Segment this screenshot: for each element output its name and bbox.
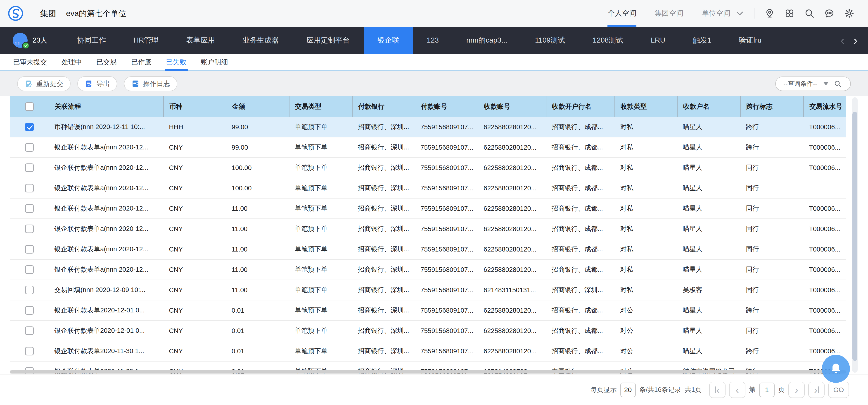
row-checkbox[interactable]: [25, 204, 34, 213]
go-button[interactable]: GO: [828, 382, 849, 398]
vertical-scrollbar[interactable]: [852, 97, 858, 373]
nav-tab[interactable]: 银企联: [364, 27, 413, 54]
column-header[interactable]: 关联流程: [49, 96, 163, 117]
apps-icon[interactable]: [784, 8, 795, 19]
table-cell: 招商银行、成都...: [546, 300, 615, 320]
column-header[interactable]: 收款户名: [677, 96, 740, 117]
nav-tab[interactable]: HR管理: [120, 27, 172, 54]
select-all-checkbox[interactable]: [25, 102, 34, 111]
personal-space-tab[interactable]: 个人空间: [608, 0, 637, 27]
column-header[interactable]: 收款类型: [615, 96, 677, 117]
nav-tab[interactable]: 验证lru: [725, 27, 775, 54]
chat-icon[interactable]: [824, 8, 835, 19]
table-cell: 银企联付款表单a(nnn 2020-12...: [49, 137, 163, 157]
subtab[interactable]: 已作废: [131, 54, 152, 70]
row-checkbox[interactable]: [25, 347, 34, 355]
header-checkbox-cell: [10, 96, 49, 117]
table-cell: 跨行: [740, 117, 803, 137]
next-page-button[interactable]: ›: [788, 382, 805, 398]
column-header[interactable]: 付款银行: [352, 96, 415, 117]
export-button[interactable]: 导出: [78, 76, 117, 91]
operation-log-icon: [131, 80, 140, 88]
avatar[interactable]: nn: [13, 33, 28, 48]
column-header[interactable]: 收款账号: [478, 96, 546, 117]
table-row[interactable]: 银企联付款表单a(nnn 2020-12...CNY11.00单笔预下单招商银行…: [10, 239, 846, 260]
subtab[interactable]: 已交易: [96, 54, 117, 70]
chevron-down-icon[interactable]: [736, 11, 743, 16]
page-size-input[interactable]: 20: [620, 383, 636, 397]
member-count[interactable]: 23人: [33, 35, 47, 45]
nav-tab[interactable]: LRU: [637, 27, 679, 54]
column-header[interactable]: 交易流水号: [803, 96, 846, 117]
subtab[interactable]: 已失败: [166, 54, 186, 70]
subtab[interactable]: 处理中: [62, 54, 82, 70]
first-page-button[interactable]: ‹: [709, 382, 725, 398]
page-number-input[interactable]: 1: [759, 383, 775, 397]
table-row[interactable]: 银企联付款表单a(nnn 2020-12...CNY11.00单笔预下单招商银行…: [10, 219, 846, 239]
horizontal-scrollbar[interactable]: [10, 370, 846, 374]
column-header[interactable]: 交易类型: [289, 96, 352, 117]
settings-icon[interactable]: [844, 8, 855, 19]
operation-log-button[interactable]: 操作日志: [124, 76, 177, 91]
table-row[interactable]: 银企联付款表单a(nnn 2020-12...CNY11.00单笔预下单招商银行…: [10, 260, 846, 280]
nav-tab[interactable]: 协同工作: [63, 27, 120, 54]
table-cell: T000006...: [803, 260, 846, 280]
column-header[interactable]: 收款开户行名: [546, 96, 615, 117]
table-cell: 同行: [740, 239, 803, 259]
nav-next-icon[interactable]: ›: [854, 34, 858, 47]
unit-space-tab[interactable]: 单位空间: [702, 0, 743, 27]
nav-tab[interactable]: 1208测试: [579, 27, 637, 54]
last-page-button[interactable]: ›: [808, 382, 825, 398]
table-cell: 6225880280120...: [478, 341, 546, 361]
table-cell: 币种错误(nnn 2020-12-11 10:...: [49, 117, 163, 137]
table-row[interactable]: 银企联付款表单2020-11-30 1...CNY0.01单笔预下单招商银行、深…: [10, 341, 846, 361]
group-space-tab[interactable]: 集团空间: [654, 0, 683, 27]
table-row[interactable]: 银企联付款表单2020-12-01 0...CNY0.01单笔预下单招商银行、深…: [10, 321, 846, 341]
nav-tab[interactable]: 123: [413, 27, 453, 54]
table-row[interactable]: 银企联付款表单2020-12-01 0...CNY0.01单笔预下单招商银行、深…: [10, 300, 846, 321]
nav-prev-icon[interactable]: ‹: [840, 34, 844, 47]
table-cell: 单笔预下单: [289, 199, 352, 219]
query-condition-select[interactable]: --查询条件--: [775, 77, 851, 91]
prev-page-button[interactable]: ‹: [729, 382, 745, 398]
nav-tab[interactable]: 表单应用: [172, 27, 229, 54]
app-logo[interactable]: [8, 6, 23, 21]
nav-tab[interactable]: 应用定制平台: [293, 27, 364, 54]
resubmit-button[interactable]: 重新提交: [17, 76, 70, 91]
location-icon[interactable]: [765, 8, 775, 19]
query-search-icon[interactable]: [834, 80, 841, 88]
row-checkbox[interactable]: [25, 143, 34, 152]
row-checkbox[interactable]: [25, 245, 34, 254]
table-cell: 单笔预下单: [289, 178, 352, 198]
subtab[interactable]: 已审未提交: [13, 54, 47, 70]
column-header[interactable]: 金额: [226, 96, 289, 117]
row-checkbox[interactable]: [25, 265, 34, 274]
row-checkbox[interactable]: [25, 184, 34, 193]
subtab[interactable]: 账户明细: [201, 54, 228, 70]
table-row[interactable]: 银企联付款表单a(nnn 2020-12...CNY100.00单笔预下单招商银…: [10, 158, 846, 178]
table-cell: 99.00: [226, 117, 289, 137]
table-cell: 银企联付款表单2020-11-30 1...: [49, 341, 163, 361]
table-row[interactable]: 银企联付款表单a(nnn 2020-12...CNY99.00单笔预下单招商银行…: [10, 137, 846, 158]
row-checkbox[interactable]: [25, 306, 34, 315]
row-checkbox[interactable]: [25, 326, 34, 335]
table-row[interactable]: 交易回填(nnn 2020-12-09 10:...CNY11.00单笔预下单招…: [10, 280, 846, 300]
scroll-top-button[interactable]: [822, 355, 850, 383]
table-row[interactable]: 银企联付款表单a(nnn 2020-12...CNY100.00单笔预下单招商银…: [10, 178, 846, 199]
table-row[interactable]: 币种错误(nnn 2020-12-11 10:...HHH99.00单笔预下单招…: [10, 117, 846, 137]
row-checkbox[interactable]: [25, 286, 34, 294]
table-cell: 招商银行、深圳...: [352, 117, 415, 137]
column-header[interactable]: 跨行标志: [740, 96, 803, 117]
nav-tab[interactable]: 1109测试: [521, 27, 579, 54]
operation-log-label: 操作日志: [143, 79, 170, 88]
row-checkbox[interactable]: [25, 164, 34, 172]
nav-tab[interactable]: nnn的cap3...: [453, 27, 521, 54]
column-header[interactable]: 币种: [163, 96, 226, 117]
row-checkbox[interactable]: [25, 225, 34, 233]
row-checkbox[interactable]: [25, 123, 34, 131]
table-row[interactable]: 银企联付款表单a(nnn 2020-12...CNY11.00单笔预下单招商银行…: [10, 199, 846, 219]
nav-tab[interactable]: 业务生成器: [229, 27, 293, 54]
column-header[interactable]: 付款账号: [415, 96, 478, 117]
search-icon[interactable]: [804, 8, 815, 19]
nav-tab[interactable]: 触发1: [679, 27, 725, 54]
